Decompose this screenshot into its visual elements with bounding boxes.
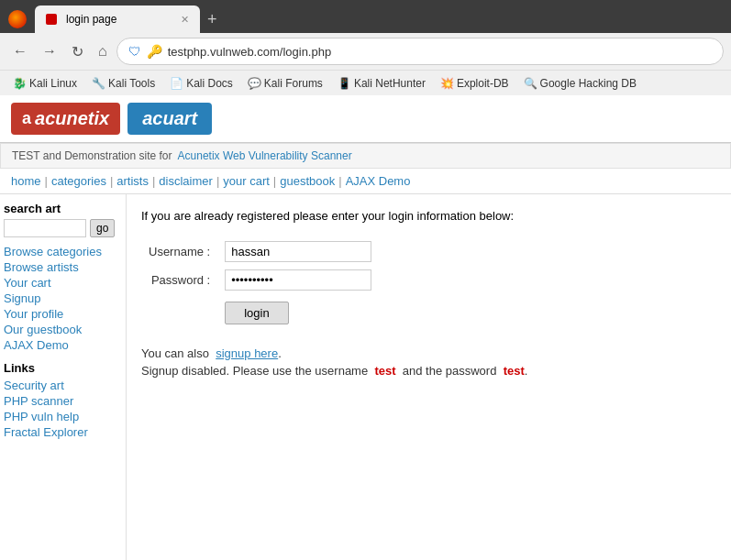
- back-button[interactable]: ←: [7, 39, 33, 63]
- tab-favicon: [46, 14, 57, 25]
- tab-bar: login page ✕ +: [0, 0, 731, 33]
- bookmark-label: Kali Docs: [186, 77, 233, 90]
- test-password: test: [504, 364, 525, 378]
- bookmark-label: Kali Forums: [264, 77, 323, 90]
- sidebar-fractal-explorer[interactable]: Fractal Explorer: [4, 425, 122, 439]
- bookmark-kali-linux[interactable]: 🐉 Kali Linux: [7, 75, 83, 92]
- nav-disclaimer[interactable]: disclaimer: [159, 174, 213, 188]
- nav-categories[interactable]: categories: [51, 174, 106, 188]
- signup-line: You can also signup here.: [141, 346, 716, 360]
- nav-guestbook[interactable]: guestbook: [280, 174, 335, 188]
- content-area: If you are already registered please ent…: [127, 194, 731, 560]
- logo-a-letter: a: [22, 109, 31, 128]
- firefox-icon: [8, 10, 27, 28]
- browser-icon: [4, 5, 31, 33]
- search-row: go: [4, 219, 122, 237]
- kali-docs-icon: 📄: [170, 77, 183, 90]
- login-form: Username : Password : login: [141, 237, 379, 328]
- nav-links: home | categories | artists | disclaimer…: [0, 169, 731, 194]
- sidebar-browse-artists[interactable]: Browse artists: [4, 260, 122, 274]
- username-input[interactable]: [225, 241, 371, 262]
- sidebar-signup[interactable]: Signup: [4, 291, 122, 305]
- kali-nethunter-icon: 📱: [338, 77, 351, 90]
- sidebar: search art go Browse categories Browse a…: [0, 194, 127, 560]
- tab-close-button[interactable]: ✕: [181, 14, 189, 26]
- period: .: [525, 364, 528, 378]
- tagline-link[interactable]: Acunetix Web Vulnerability Scanner: [178, 149, 352, 162]
- bookmark-label: Exploit-DB: [457, 77, 509, 90]
- site-header: a acunetix acuart: [0, 95, 731, 143]
- bookmark-kali-nethunter[interactable]: 📱 Kali NetHunter: [332, 75, 431, 92]
- search-go-button[interactable]: go: [90, 219, 115, 237]
- signup-prefix: You can also: [141, 346, 209, 360]
- sidebar-your-cart[interactable]: Your cart: [4, 276, 122, 290]
- shield-icon: 🛡: [128, 44, 141, 59]
- nav-sep-4: |: [216, 174, 219, 188]
- bookmark-label: Google Hacking DB: [540, 77, 637, 90]
- nav-bar: ← → ↻ ⌂ 🛡 🔑 testphp.vulnweb.com/login.ph…: [0, 33, 731, 70]
- nav-sep-2: |: [110, 174, 113, 188]
- kali-forums-icon: 💬: [248, 77, 261, 90]
- main-layout: search art go Browse categories Browse a…: [0, 194, 731, 560]
- nav-sep-6: |: [338, 174, 341, 188]
- lock-icon: 🔑: [147, 44, 162, 59]
- nav-ajax-demo[interactable]: AJAX Demo: [346, 174, 411, 188]
- bookmark-exploit-db[interactable]: 💥 Exploit-DB: [435, 75, 515, 92]
- reload-button[interactable]: ↻: [66, 39, 89, 64]
- username-row: Username :: [141, 237, 379, 266]
- kali-linux-icon: 🐉: [13, 77, 27, 90]
- nav-sep-3: |: [152, 174, 155, 188]
- forward-button[interactable]: →: [37, 39, 62, 63]
- bookmark-label: Kali Tools: [108, 77, 155, 90]
- username-label: Username :: [141, 237, 217, 266]
- tab-title: login page: [66, 13, 116, 26]
- sidebar-browse-categories[interactable]: Browse categories: [4, 245, 122, 258]
- disabled-notice: Signup disabled. Please use the username: [141, 364, 368, 378]
- sidebar-ajax-demo[interactable]: AJAX Demo: [4, 338, 122, 352]
- login-button[interactable]: login: [225, 302, 288, 324]
- bookmark-label: Kali NetHunter: [354, 77, 426, 90]
- sidebar-php-scanner[interactable]: PHP scanner: [4, 394, 122, 408]
- bookmark-kali-docs[interactable]: 📄 Kali Docs: [164, 75, 238, 92]
- acunetix-logo: a acunetix: [11, 103, 120, 135]
- nav-artists[interactable]: artists: [116, 174, 149, 188]
- login-heading: If you are already registered please ent…: [141, 209, 716, 223]
- signup-suffix: .: [278, 346, 282, 360]
- test-username: test: [374, 364, 395, 378]
- bookmark-label: Kali Linux: [29, 77, 77, 90]
- kali-tools-icon: 🔧: [92, 77, 105, 90]
- sidebar-your-profile[interactable]: Your profile: [4, 307, 122, 321]
- bookmark-kali-tools[interactable]: 🔧 Kali Tools: [86, 75, 161, 92]
- tagline-prefix: TEST and Demonstration site for: [12, 149, 172, 162]
- logo-acuart-text: acuart: [142, 108, 197, 128]
- acuart-logo: acuart: [127, 103, 212, 135]
- logo-area: a acunetix acuart: [11, 103, 720, 135]
- sidebar-our-guestbook[interactable]: Our guestbook: [4, 323, 122, 336]
- address-bar[interactable]: 🛡 🔑 testphp.vulnweb.com/login.php: [116, 38, 724, 65]
- home-button[interactable]: ⌂: [93, 39, 113, 63]
- new-tab-button[interactable]: +: [200, 10, 225, 29]
- google-hacking-icon: 🔍: [524, 77, 537, 90]
- logo-acunetix-text: acunetix: [35, 108, 109, 129]
- sidebar-php-vuln-help[interactable]: PHP vuln help: [4, 410, 122, 423]
- exploit-db-icon: 💥: [440, 77, 454, 90]
- search-input[interactable]: [4, 219, 86, 237]
- sidebar-security-art[interactable]: Security art: [4, 379, 122, 392]
- links-section-label: Links: [4, 361, 122, 375]
- search-art-label: search art: [4, 202, 122, 215]
- bookmark-kali-forums[interactable]: 💬 Kali Forums: [242, 75, 328, 92]
- nav-your-cart[interactable]: your cart: [223, 174, 270, 188]
- nav-home[interactable]: home: [11, 174, 41, 188]
- bookmark-google-hacking[interactable]: 🔍 Google Hacking DB: [518, 75, 642, 92]
- signup-link[interactable]: signup here: [216, 346, 278, 360]
- url-text: testphp.vulnweb.com/login.php: [168, 45, 332, 59]
- disabled-notice-line: Signup disabled. Please use the username…: [141, 364, 716, 378]
- signup-info: You can also signup here. Signup disable…: [141, 346, 716, 378]
- page-content: a acunetix acuart TEST and Demonstration…: [0, 95, 731, 560]
- bookmarks-bar: 🐉 Kali Linux 🔧 Kali Tools 📄 Kali Docs 💬 …: [0, 70, 731, 95]
- browser-window: login page ✕ + ← → ↻ ⌂ 🛡 🔑 testphp.vulnw…: [0, 0, 731, 95]
- password-label: Password :: [141, 266, 217, 294]
- password-input[interactable]: [225, 269, 371, 291]
- active-tab[interactable]: login page ✕: [35, 5, 200, 33]
- nav-sep-5: |: [273, 174, 276, 188]
